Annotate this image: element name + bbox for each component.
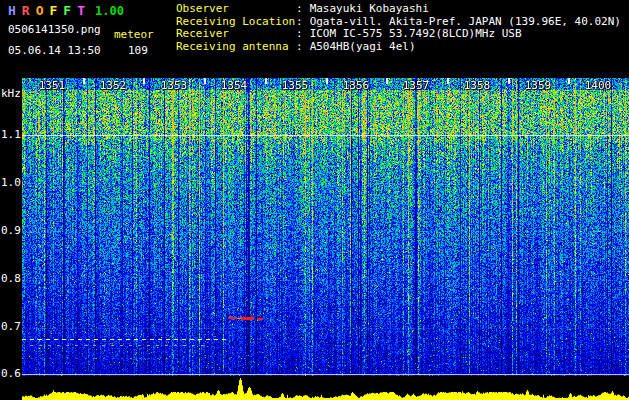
hrofft-screen: HROFFT1.00 0506141350.png meteor 05.06.1… xyxy=(0,0,629,400)
spectrogram-area: kHz 1.1 1.0 0.9 0.8 0.7 0.6 1351 1352 13… xyxy=(0,78,629,376)
time-label: 1353 xyxy=(161,79,188,92)
time-label: 1359 xyxy=(525,79,552,92)
info-label: Receiving antenna xyxy=(176,41,296,54)
mode-label: meteor xyxy=(114,28,154,41)
freq-label: 1.1 xyxy=(1,128,21,141)
info-value: A504HB(yagi 4el) xyxy=(303,40,416,53)
app-title-letter: O xyxy=(36,3,44,18)
time-label: 1351 xyxy=(39,79,66,92)
app-title: HROFFT1.00 xyxy=(8,3,124,18)
time-label: 1358 xyxy=(464,79,491,92)
info-colon: : xyxy=(296,2,303,15)
amplitude-graph-canvas xyxy=(22,377,629,400)
info-colon: : xyxy=(296,15,303,28)
freq-label: 0.6 xyxy=(1,367,21,380)
datetime-label: 05.06.14 13:50 xyxy=(8,44,101,57)
freq-label: 0.7 xyxy=(1,320,21,333)
app-title-letter: R xyxy=(22,3,30,18)
time-label: 1357 xyxy=(403,79,430,92)
spectrogram-canvas xyxy=(22,78,629,376)
app-title-letter: T xyxy=(77,3,85,18)
info-row-receiver: Receiver:ICOM IC-575 53.7492(8LCD)MHz US… xyxy=(176,28,621,41)
info-value: Masayuki Kobayashi xyxy=(303,2,429,15)
freq-label: 0.8 xyxy=(1,272,21,285)
info-row-antenna: Receiving antenna:A504HB(yagi 4el) xyxy=(176,41,621,54)
file-name: 0506141350.png xyxy=(8,23,101,36)
info-label: Observer xyxy=(176,3,296,16)
observer-info-block: Observer:Masayuki Kobayashi Receiving Lo… xyxy=(176,3,621,53)
time-label: 1400 xyxy=(585,79,612,92)
time-label: 1355 xyxy=(282,79,309,92)
app-title-letter: H xyxy=(8,3,16,18)
time-label: 1352 xyxy=(100,79,127,92)
app-title-letter: F xyxy=(49,3,57,18)
echo-count: 109 xyxy=(128,44,148,57)
freq-unit-label: kHz xyxy=(1,87,21,100)
time-label: 1356 xyxy=(343,79,370,92)
app-version: 1.00 xyxy=(95,4,124,18)
freq-label: 1.0 xyxy=(1,176,21,189)
info-colon: : xyxy=(296,27,303,40)
freq-label: 0.9 xyxy=(1,224,21,237)
info-row-observer: Observer:Masayuki Kobayashi xyxy=(176,3,621,16)
app-title-letter: F xyxy=(63,3,71,18)
info-value: ICOM IC-575 53.7492(8LCD)MHz USB xyxy=(303,27,522,40)
info-value: Ogata-vill. Akita-Pref. JAPAN (139.96E, … xyxy=(303,15,621,28)
time-label: 1354 xyxy=(221,79,248,92)
info-colon: : xyxy=(296,40,303,53)
info-label: Receiver xyxy=(176,28,296,41)
